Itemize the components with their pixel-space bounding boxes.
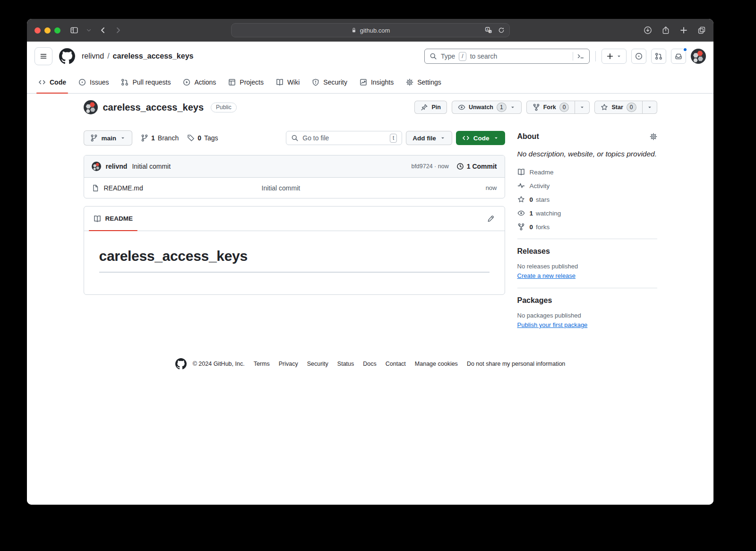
global-search-input[interactable]: Type / to search	[424, 49, 590, 64]
footer-link-security[interactable]: Security	[307, 361, 328, 367]
tab-issues[interactable]: Issues	[74, 71, 113, 93]
releases-title[interactable]: Releases	[517, 247, 657, 256]
branch-count-label: Branch	[158, 134, 179, 142]
readme-tab-label: README	[105, 215, 133, 222]
forks-link[interactable]: 0 forks	[517, 223, 657, 231]
pull-requests-dashboard-button[interactable]	[651, 49, 666, 64]
back-icon[interactable]	[99, 26, 107, 34]
github-logo-icon[interactable]	[59, 48, 75, 64]
reload-icon[interactable]	[498, 27, 505, 34]
notifications-inbox-button[interactable]	[671, 49, 686, 64]
commit-history-link[interactable]: 1 Commit	[456, 163, 497, 170]
search-placeholder-suffix: to search	[470, 52, 498, 60]
tab-pull-requests[interactable]: Pull requests	[116, 71, 175, 93]
publish-package-link[interactable]: Publish your first package	[517, 321, 588, 328]
minimize-window-button[interactable]	[44, 27, 51, 34]
url-text: github.com	[360, 27, 390, 34]
star-button[interactable]: Star 0	[595, 101, 642, 113]
pin-button[interactable]: Pin	[414, 101, 447, 114]
watch-button[interactable]: Unwatch 1	[452, 101, 522, 114]
commit-message[interactable]: Initial commit	[132, 163, 171, 170]
create-new-button[interactable]	[601, 49, 627, 64]
code-download-button[interactable]: Code	[456, 131, 505, 145]
share-icon[interactable]	[662, 26, 670, 34]
go-to-file-input[interactable]: Go to file t	[286, 131, 402, 145]
command-palette-icon[interactable]	[577, 52, 584, 60]
lock-icon	[351, 27, 357, 34]
issues-dashboard-button[interactable]	[631, 49, 646, 64]
forward-icon[interactable]	[114, 26, 122, 34]
tab-settings[interactable]: Settings	[401, 71, 446, 93]
zoom-window-button[interactable]	[54, 27, 60, 34]
translate-icon[interactable]	[485, 26, 492, 34]
branches-link[interactable]: 1 Branch	[141, 134, 179, 142]
fork-icon	[517, 223, 525, 231]
activity-link[interactable]: Activity	[517, 182, 657, 189]
file-toolbar: main 1 Branch 0 Tags	[84, 130, 505, 146]
fork-dropdown-button[interactable]	[575, 101, 589, 113]
new-tab-icon[interactable]	[679, 26, 688, 34]
tab-wiki[interactable]: Wiki	[271, 71, 304, 93]
tab-label: Pull requests	[132, 78, 171, 86]
table-row[interactable]: README.md Initial commit now	[84, 177, 505, 198]
releases-empty-text: No releases published	[517, 263, 657, 270]
close-window-button[interactable]	[34, 27, 41, 34]
footer-link-docs[interactable]: Docs	[363, 361, 376, 367]
fork-button[interactable]: Fork 0	[527, 101, 575, 113]
repo-owner-avatar[interactable]	[84, 100, 98, 114]
address-bar[interactable]: github.com	[231, 23, 510, 37]
star-dropdown-button[interactable]	[642, 101, 657, 113]
tab-insights[interactable]: Insights	[355, 71, 398, 93]
github-logo-icon[interactable]	[175, 358, 187, 370]
add-file-button[interactable]: Add file	[406, 131, 452, 145]
tab-actions[interactable]: Actions	[178, 71, 221, 93]
sidebar-toggle-icon[interactable]	[70, 26, 78, 34]
footer-link-privacy[interactable]: Privacy	[279, 361, 298, 367]
plus-icon	[606, 52, 614, 60]
global-nav-menu-button[interactable]	[34, 47, 52, 65]
tab-label: Code	[50, 78, 66, 86]
eye-icon	[517, 209, 525, 217]
watching-count: 1	[530, 210, 533, 217]
downloads-icon[interactable]	[644, 26, 652, 34]
commit-hash-time[interactable]: bfd9724 · now	[411, 163, 448, 170]
slash-keycap: /	[459, 52, 466, 61]
tab-overview-icon[interactable]	[697, 26, 706, 34]
caret-down-icon	[440, 135, 446, 141]
user-avatar[interactable]	[691, 49, 706, 64]
packages-title[interactable]: Packages	[517, 296, 657, 305]
gear-icon[interactable]	[650, 133, 657, 140]
footer-link-do-not-share[interactable]: Do not share my personal information	[467, 361, 565, 367]
branch-selector-button[interactable]: main	[84, 130, 133, 146]
sidebar-divider	[517, 288, 657, 288]
footer-link-status[interactable]: Status	[337, 361, 354, 367]
packages-empty-text: No packages published	[517, 312, 657, 319]
file-commit-message[interactable]: Initial commit	[262, 184, 486, 192]
tab-code[interactable]: Code	[34, 71, 71, 93]
readme-link[interactable]: Readme	[517, 168, 657, 176]
watching-link[interactable]: 1 watching	[517, 209, 657, 217]
create-release-link[interactable]: Create a new release	[517, 272, 576, 279]
file-name[interactable]: README.md	[104, 184, 143, 192]
pencil-icon[interactable]	[487, 215, 494, 223]
footer-link-manage-cookies[interactable]: Manage cookies	[415, 361, 458, 367]
readme-tab[interactable]: README	[88, 207, 139, 231]
tag-count-label: Tags	[204, 134, 218, 142]
breadcrumb-repo[interactable]: careless_access_keys	[113, 52, 194, 60]
git-branch-icon	[141, 134, 148, 142]
page-title[interactable]: careless_access_keys	[103, 102, 204, 113]
search-icon	[430, 52, 437, 60]
chevron-down-icon[interactable]	[86, 27, 92, 33]
caret-down-icon	[579, 104, 585, 110]
book-icon	[517, 168, 525, 176]
breadcrumb-owner[interactable]: relivnd	[82, 52, 104, 60]
commit-author-avatar[interactable]	[92, 162, 101, 171]
tab-projects[interactable]: Projects	[223, 71, 268, 93]
tags-link[interactable]: 0 Tags	[187, 134, 218, 142]
commit-author[interactable]: relivnd	[106, 163, 128, 170]
stars-link[interactable]: 0 stars	[517, 196, 657, 203]
tab-security[interactable]: Security	[307, 71, 352, 93]
footer-link-contact[interactable]: Contact	[386, 361, 406, 367]
footer-link-terms[interactable]: Terms	[254, 361, 270, 367]
readme-section: README careless_access_keys	[84, 206, 505, 295]
